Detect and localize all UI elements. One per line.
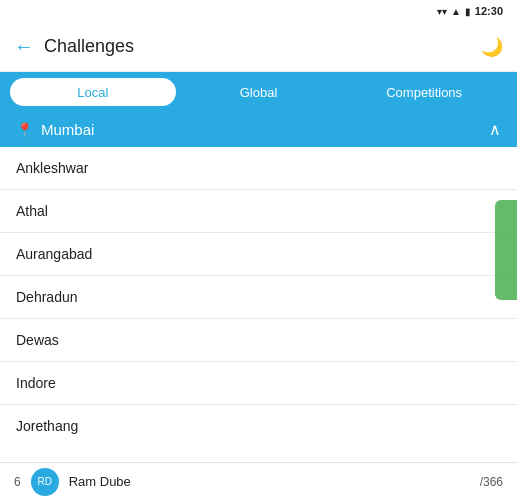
signal-icon: ▲ bbox=[451, 6, 461, 17]
bottom-bar: 6 RD Ram Dube /366 bbox=[0, 462, 517, 500]
user-score: /366 bbox=[480, 475, 503, 489]
list-item[interactable]: Dehradun bbox=[0, 276, 517, 319]
location-pin-icon: 📍 bbox=[16, 122, 33, 138]
status-time: 12:30 bbox=[475, 5, 503, 17]
avatar: RD bbox=[31, 468, 59, 496]
page-title: Challenges bbox=[44, 36, 481, 57]
dark-mode-icon[interactable]: 🌙 bbox=[481, 36, 503, 58]
back-button[interactable]: ← bbox=[14, 35, 34, 58]
list-item[interactable]: Aurangabad bbox=[0, 233, 517, 276]
status-icons: ▾▾ ▲ ▮ 12:30 bbox=[437, 5, 503, 17]
list-item[interactable]: Indore bbox=[0, 362, 517, 405]
chevron-up-icon: ∧ bbox=[489, 120, 501, 139]
battery-icon: ▮ bbox=[465, 6, 471, 17]
list-item[interactable]: Athal bbox=[0, 190, 517, 233]
selected-location: Mumbai bbox=[41, 121, 94, 138]
tab-competitions[interactable]: Competitions bbox=[341, 78, 507, 106]
decorative-element bbox=[495, 200, 517, 300]
rank-number: 6 bbox=[14, 475, 21, 489]
wifi-icon: ▾▾ bbox=[437, 6, 447, 17]
header: ← Challenges 🌙 bbox=[0, 22, 517, 72]
tab-global[interactable]: Global bbox=[176, 78, 342, 106]
location-selector[interactable]: 📍 Mumbai ∧ bbox=[0, 112, 517, 147]
list-item[interactable]: Dewas bbox=[0, 319, 517, 362]
list-item[interactable]: Ankleshwar bbox=[0, 147, 517, 190]
phone-frame: ▾▾ ▲ ▮ 12:30 ← Challenges 🌙 Local Global… bbox=[0, 0, 517, 500]
user-name: Ram Dube bbox=[69, 474, 470, 489]
status-bar: ▾▾ ▲ ▮ 12:30 bbox=[0, 0, 517, 22]
city-list: Ankleshwar Athal Aurangabad Dehradun Dew… bbox=[0, 147, 517, 437]
tab-local[interactable]: Local bbox=[10, 78, 176, 106]
list-item[interactable]: Jorethang bbox=[0, 405, 517, 437]
tab-bar: Local Global Competitions bbox=[0, 72, 517, 112]
